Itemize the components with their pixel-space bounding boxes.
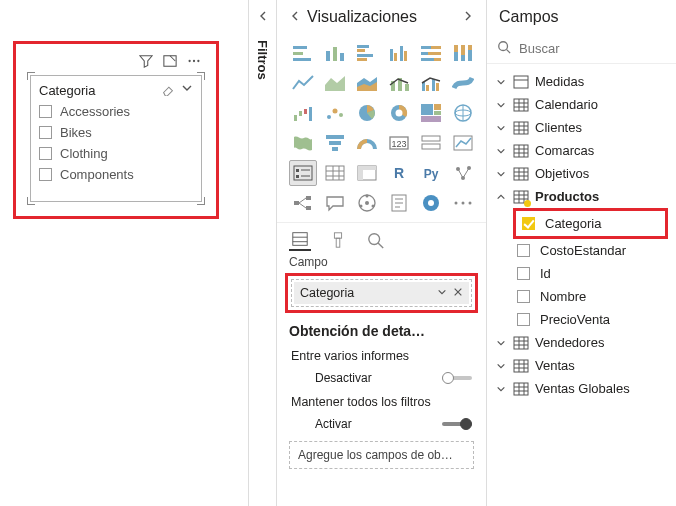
table-medidas[interactable]: Medidas <box>487 70 676 93</box>
line-clustered-column-chart-icon[interactable] <box>417 70 445 96</box>
slicer-item[interactable]: Clothing <box>39 143 193 164</box>
focus-mode-icon[interactable] <box>163 54 177 68</box>
r-visual-icon[interactable]: R <box>385 160 413 186</box>
cross-report-toggle[interactable] <box>442 372 472 384</box>
svg-rect-29 <box>468 45 472 50</box>
line-chart-icon[interactable] <box>289 70 317 96</box>
pie-chart-icon[interactable] <box>353 100 381 126</box>
chevron-down-icon <box>495 169 507 179</box>
svg-point-107 <box>499 42 508 51</box>
collapse-pane-icon[interactable] <box>289 8 301 26</box>
slicer-item[interactable]: Bikes <box>39 122 193 143</box>
treemap-chart-icon[interactable] <box>417 100 445 126</box>
arcgis-map-icon[interactable] <box>417 190 445 216</box>
stacked-bar-chart-icon[interactable] <box>289 40 317 66</box>
svg-rect-83 <box>306 206 311 210</box>
python-visual-icon[interactable]: Py <box>417 160 445 186</box>
checkbox-icon[interactable] <box>517 290 530 303</box>
table-productos[interactable]: Productos <box>487 185 676 208</box>
keep-filters-toggle[interactable] <box>442 418 472 430</box>
eraser-icon[interactable] <box>161 82 175 99</box>
filled-map-chart-icon[interactable] <box>289 130 317 156</box>
field-categoria[interactable]: Categoria <box>518 212 663 235</box>
funnel-chart-icon[interactable] <box>321 130 349 156</box>
svg-rect-58 <box>422 136 440 141</box>
report-canvas[interactable]: Categoria Accessories Bikes Clothing Com… <box>0 0 248 506</box>
paginated-report-icon[interactable] <box>385 190 413 216</box>
svg-point-3 <box>197 60 199 62</box>
table-calendario[interactable]: Calendario <box>487 93 676 116</box>
slicer-item[interactable]: Accessories <box>39 101 193 122</box>
table-visual-icon[interactable] <box>321 160 349 186</box>
field-well[interactable]: Categoria <box>291 279 472 307</box>
filters-label: Filtros <box>255 40 270 80</box>
table-icon <box>513 382 529 396</box>
table-ventas-globales[interactable]: Ventas Globales <box>487 377 676 400</box>
get-more-visuals-icon[interactable] <box>449 190 477 216</box>
clustered-bar-chart-icon[interactable] <box>353 40 381 66</box>
checkbox-icon[interactable] <box>517 267 530 280</box>
svg-rect-9 <box>340 53 344 61</box>
multirow-card-icon[interactable] <box>417 130 445 156</box>
filter-icon[interactable] <box>139 54 153 68</box>
ribbon-chart-icon[interactable] <box>449 70 477 96</box>
checkbox-icon[interactable] <box>517 244 530 257</box>
clustered-column-chart-icon[interactable] <box>385 40 413 66</box>
stacked-area-chart-icon[interactable] <box>353 70 381 96</box>
analytics-tab-icon[interactable] <box>365 229 387 251</box>
table-objetivos[interactable]: Objetivos <box>487 162 676 185</box>
matrix-visual-icon[interactable] <box>353 160 381 186</box>
area-chart-icon[interactable] <box>321 70 349 96</box>
chevron-down-icon <box>495 100 507 110</box>
chevron-down-icon[interactable] <box>437 286 447 300</box>
100pct-stacked-bar-chart-icon[interactable] <box>417 40 445 66</box>
remove-field-icon[interactable] <box>453 286 463 300</box>
checkbox-icon[interactable] <box>517 313 530 326</box>
svg-text:R: R <box>394 165 404 181</box>
chevron-down-icon <box>495 146 507 156</box>
fields-tab-icon[interactable] <box>289 229 311 251</box>
table-ventas[interactable]: Ventas <box>487 354 676 377</box>
qna-visual-icon[interactable] <box>321 190 349 216</box>
map-chart-icon[interactable] <box>449 100 477 126</box>
checkbox-checked-icon[interactable] <box>522 217 535 230</box>
table-vendedores[interactable]: Vendedores <box>487 331 676 354</box>
chevron-down-icon[interactable] <box>181 82 193 99</box>
table-clientes[interactable]: Clientes <box>487 116 676 139</box>
svg-line-106 <box>378 243 383 248</box>
field-pill-categoria[interactable]: Categoria <box>294 282 469 304</box>
fields-search-input[interactable] <box>519 41 676 56</box>
field-precioventa[interactable]: PrecioVenta <box>487 308 676 331</box>
kpi-visual-icon[interactable] <box>449 130 477 156</box>
stacked-column-chart-icon[interactable] <box>321 40 349 66</box>
slicer-visual-icon[interactable] <box>289 160 317 186</box>
expand-filters-icon[interactable] <box>257 10 269 22</box>
field-costoestandar[interactable]: CostoEstandar <box>487 239 676 262</box>
key-influencers-icon[interactable] <box>449 160 477 186</box>
field-nombre[interactable]: Nombre <box>487 285 676 308</box>
decomposition-tree-icon[interactable] <box>289 190 317 216</box>
drillthrough-drop-target[interactable]: Agregue los campos de ob… <box>289 441 474 469</box>
filters-pane-collapsed[interactable]: Filtros <box>248 0 276 506</box>
gauge-chart-icon[interactable] <box>353 130 381 156</box>
card-visual-icon[interactable]: 123 <box>385 130 413 156</box>
100pct-stacked-column-chart-icon[interactable] <box>449 40 477 66</box>
svg-rect-82 <box>306 196 311 200</box>
format-tab-icon[interactable] <box>327 229 349 251</box>
table-comarcas[interactable]: Comarcas <box>487 139 676 162</box>
waterfall-chart-icon[interactable] <box>289 100 317 126</box>
expand-pane-icon[interactable] <box>462 8 474 26</box>
slicer-item[interactable]: Components <box>39 164 193 185</box>
line-stacked-column-chart-icon[interactable] <box>385 70 413 96</box>
import-visual-icon[interactable] <box>353 190 381 216</box>
slicer-visual[interactable]: Categoria Accessories Bikes Clothing Com… <box>30 75 202 202</box>
table-icon <box>513 190 529 204</box>
slicer-title: Categoria <box>39 83 95 98</box>
fields-search[interactable] <box>487 34 676 64</box>
scatter-chart-icon[interactable] <box>321 100 349 126</box>
field-id[interactable]: Id <box>487 262 676 285</box>
donut-chart-icon[interactable] <box>385 100 413 126</box>
svg-rect-34 <box>426 85 429 91</box>
svg-point-99 <box>469 202 472 205</box>
more-options-icon[interactable] <box>187 54 201 68</box>
